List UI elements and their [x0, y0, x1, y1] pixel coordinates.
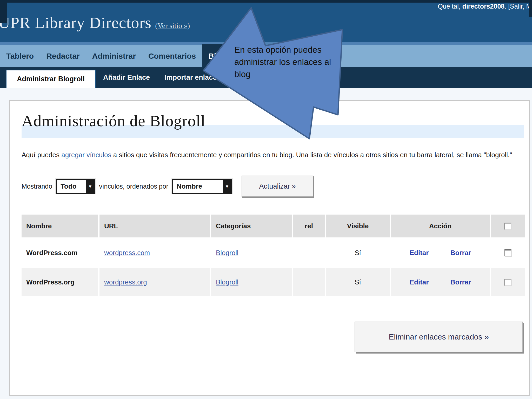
col-header-nombre: Nombre	[22, 215, 98, 237]
section-heading: Administración de Blogroll	[22, 112, 205, 130]
tab-tablero[interactable]: Tablero	[0, 45, 40, 67]
top-dark-strip	[0, 0, 532, 3]
subnav-administrar-blogroll[interactable]: Administrar Blogroll	[6, 70, 96, 88]
edit-link[interactable]: Editar	[410, 278, 429, 286]
delete-link[interactable]: Borrar	[450, 249, 471, 257]
col-header-categorias: Categorías	[211, 215, 292, 237]
user-greeting: Qué tal, directors2008. [Salir, Mi	[438, 3, 532, 10]
intro-text-before: Aquí puedes	[22, 151, 61, 159]
intro-paragraph: Aquí puedes agregar vínculos a sitios qu…	[22, 149, 516, 161]
showing-label: Mostrando	[22, 183, 52, 190]
greeting-prefix: Qué tal,	[438, 3, 462, 10]
link-visible: Sí	[326, 268, 390, 296]
col-header-visible: Visible	[326, 215, 390, 237]
subnav-anadir-enlace[interactable]: Añadir Enlace	[96, 67, 157, 88]
order-by-label: vínculos, ordenados por	[99, 183, 168, 190]
show-filter-value: Todo	[57, 180, 85, 193]
tab-administrar[interactable]: Administrar	[86, 45, 142, 67]
col-header-select-all	[491, 215, 525, 237]
order-by-value: Nombre	[173, 180, 222, 193]
delete-marked-button[interactable]: Eliminar enlaces marcados »	[355, 322, 523, 352]
row-checkbox[interactable]	[504, 279, 511, 286]
view-site-link[interactable]: (Ver sitio »)	[155, 22, 190, 30]
site-header: UPR Library Directors(Ver sitio ») Qué t…	[0, 0, 532, 42]
dropdown-arrow-icon: ▾	[222, 180, 231, 193]
delete-link[interactable]: Borrar	[450, 278, 471, 286]
content-panel: Administración de Blogroll Aquí puedes a…	[9, 100, 530, 396]
link-name: WordPress.com	[22, 239, 98, 267]
link-rel	[293, 239, 325, 267]
link-url[interactable]: wordpress.org	[104, 278, 147, 286]
filter-controls: Mostrando Todo ▾ vínculos, ordenados por…	[22, 176, 529, 197]
row-checkbox[interactable]	[504, 249, 511, 256]
update-button[interactable]: Actualizar »	[242, 176, 313, 197]
tab-comentarios[interactable]: Comentarios	[142, 45, 202, 67]
col-header-url: URL	[99, 215, 210, 237]
page-title: UPR Library Directors	[0, 14, 151, 31]
link-category[interactable]: Blogroll	[216, 278, 238, 286]
show-filter-select[interactable]: Todo ▾	[56, 179, 95, 194]
agregar-vinculos-link[interactable]: agregar vínculos	[61, 151, 111, 159]
select-all-checkbox[interactable]	[504, 223, 511, 230]
col-header-rel: rel	[293, 215, 325, 237]
link-category[interactable]: Blogroll	[216, 249, 238, 257]
col-header-accion: Acción	[391, 215, 490, 237]
edit-link[interactable]: Editar	[410, 249, 429, 257]
link-rel	[293, 268, 325, 296]
username: directors2008	[462, 3, 505, 10]
wordpress-admin-page: UPR Library Directors(Ver sitio ») Qué t…	[0, 0, 532, 399]
tab-redactar[interactable]: Redactar	[40, 45, 86, 67]
intro-text-after: a sitios que visitas frecuentemente y co…	[111, 151, 512, 159]
link-visible: Sí	[326, 239, 390, 267]
corner-left-decoration	[0, 0, 7, 23]
order-by-select[interactable]: Nombre ▾	[172, 179, 232, 194]
link-name: WordPress.org	[22, 268, 98, 296]
annotation-text: En esta opción puedes administrar los en…	[234, 44, 334, 80]
corner-right-decoration	[529, 0, 532, 17]
link-url[interactable]: wordpress.com	[104, 249, 150, 257]
links-table: Nombre URL Categorías rel Visible Acción…	[22, 215, 529, 296]
dropdown-arrow-icon: ▾	[85, 180, 94, 193]
greeting-suffix[interactable]: . [Salir, Mi	[504, 3, 532, 10]
subnav-importar-enlaces[interactable]: Importar enlaces	[157, 67, 228, 88]
